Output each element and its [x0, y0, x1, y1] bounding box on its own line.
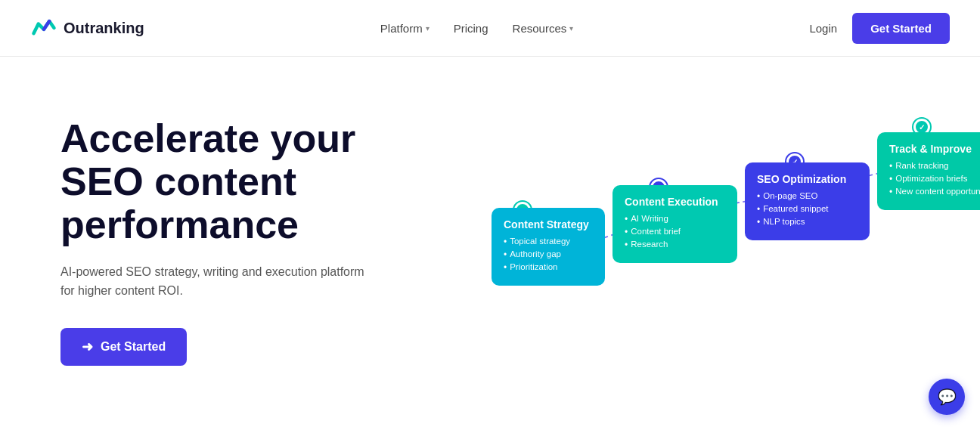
nav-pricing[interactable]: Pricing: [454, 22, 488, 35]
logo[interactable]: Outranking: [30, 14, 144, 42]
diagram-container: Content Strategy Topical strategy Author…: [476, 110, 950, 427]
nav-right: Login Get Started: [809, 13, 950, 44]
card-track-title: Track & Improve: [889, 143, 980, 155]
card-strategy-items: Topical strategy Authority gap Prioritiz…: [504, 237, 593, 273]
card-content-strategy: Content Strategy Topical strategy Author…: [492, 208, 605, 286]
hero-get-started-button[interactable]: ➜ Get Started: [60, 328, 187, 366]
card-execution-title: Content Execution: [625, 196, 725, 208]
list-item: New content opportunities: [889, 187, 980, 197]
login-link[interactable]: Login: [809, 22, 837, 35]
card-content-execution: Content Execution AI Writing Content bri…: [612, 185, 737, 263]
list-item: Content brief: [625, 227, 725, 237]
card-track-items: Rank tracking Optimization briefs New co…: [889, 161, 980, 197]
nav-get-started-button[interactable]: Get Started: [852, 13, 950, 44]
chevron-down-icon: ▾: [569, 24, 573, 32]
nav-platform[interactable]: Platform ▾: [380, 22, 430, 35]
logo-icon: [30, 14, 57, 42]
brand-name: Outranking: [64, 20, 144, 37]
nav-links: Platform ▾ Pricing Resources ▾: [380, 22, 573, 35]
card-strategy-title: Content Strategy: [504, 218, 593, 230]
list-item: NLP topics: [757, 217, 858, 227]
hero-diagram: Content Strategy Topical strategy Author…: [476, 110, 950, 427]
nav-resources[interactable]: Resources ▾: [513, 22, 574, 35]
list-item: Research: [625, 240, 725, 250]
list-item: Featured snippet: [757, 204, 858, 215]
card-seo-optimization: SEO Optimization On-page SEO Featured sn…: [745, 162, 870, 240]
card-execution-items: AI Writing Content brief Research: [625, 214, 725, 250]
hero-left: Accelerate your SEO content performance …: [60, 102, 431, 366]
list-item: Rank tracking: [889, 161, 980, 172]
list-item: Topical strategy: [504, 237, 593, 247]
navbar: Outranking Platform ▾ Pricing Resources …: [0, 0, 980, 57]
hero-title: Accelerate your SEO content performance: [60, 117, 431, 247]
list-item: Optimization briefs: [889, 174, 980, 184]
card-track-improve: Track & Improve Rank tracking Optimizati…: [877, 132, 980, 210]
card-seo-title: SEO Optimization: [757, 173, 858, 185]
hero-subtitle: AI-powered SEO strategy, writing and exe…: [60, 262, 378, 301]
chevron-down-icon: ▾: [426, 24, 430, 32]
arrow-right-icon: ➜: [82, 339, 93, 355]
chat-widget[interactable]: 💬: [929, 379, 965, 415]
chat-icon: 💬: [938, 388, 957, 406]
list-item: Prioritization: [504, 262, 593, 273]
card-seo-items: On-page SEO Featured snippet NLP topics: [757, 191, 858, 227]
list-item: On-page SEO: [757, 191, 858, 202]
hero-section: Accelerate your SEO content performance …: [0, 57, 980, 430]
list-item: AI Writing: [625, 214, 725, 224]
list-item: Authority gap: [504, 249, 593, 260]
